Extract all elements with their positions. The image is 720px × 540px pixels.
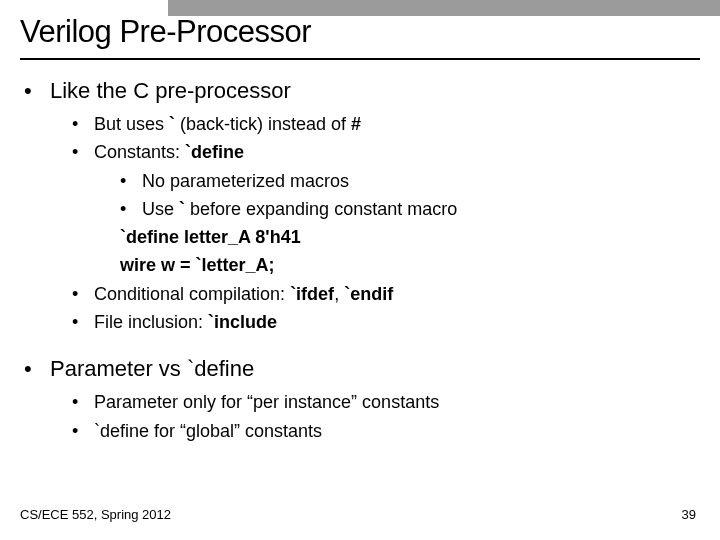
bullet-dot: • [72, 282, 94, 306]
bullet-text: But uses ` (back-tick) instead of # [94, 112, 361, 136]
bullet-text: Like the C pre-processor [50, 78, 291, 104]
bullet-dot: • [72, 310, 94, 334]
bullet-level3: • No parameterized macros [120, 169, 696, 193]
bullet-level1: • Like the C pre-processor [24, 78, 696, 104]
bullet-dot: • [120, 169, 142, 193]
bullet-dot: • [24, 78, 50, 104]
bullet-dot: • [72, 390, 94, 414]
bullet-level2: • Constants: `define [72, 140, 696, 164]
bullet-dot: • [120, 197, 142, 221]
bullet-text: Use ` before expanding constant macro [142, 197, 457, 221]
code-example: wire w = `letter_A; [120, 253, 696, 277]
bullet-text: File inclusion: `include [94, 310, 277, 334]
bullet-text: Parameter vs `define [50, 356, 254, 382]
bullet-level2: • Conditional compilation: `ifdef, `endi… [72, 282, 696, 306]
bullet-text: No parameterized macros [142, 169, 349, 193]
bullet-dot: • [24, 356, 50, 382]
slide-title: Verilog Pre-Processor [20, 14, 311, 50]
bullet-level3: • Use ` before expanding constant macro [120, 197, 696, 221]
bullet-dot: • [72, 140, 94, 164]
bullet-level1: • Parameter vs `define [24, 356, 696, 382]
bullet-text: Conditional compilation: `ifdef, `endif [94, 282, 393, 306]
footer-page-number: 39 [682, 507, 696, 522]
footer-course: CS/ECE 552, Spring 2012 [20, 507, 171, 522]
bullet-level2: • `define for “global” constants [72, 419, 696, 443]
bullet-text: `define for “global” constants [94, 419, 322, 443]
code-example: `define letter_A 8'h41 [120, 225, 696, 249]
bullet-text: Constants: `define [94, 140, 244, 164]
slide-content: • Like the C pre-processor • But uses ` … [24, 78, 696, 447]
bullet-text: Parameter only for “per instance” consta… [94, 390, 439, 414]
bullet-level2: • But uses ` (back-tick) instead of # [72, 112, 696, 136]
bullet-dot: • [72, 419, 94, 443]
bullet-dot: • [72, 112, 94, 136]
bullet-level2: • File inclusion: `include [72, 310, 696, 334]
bullet-level2: • Parameter only for “per instance” cons… [72, 390, 696, 414]
title-underline [20, 58, 700, 60]
